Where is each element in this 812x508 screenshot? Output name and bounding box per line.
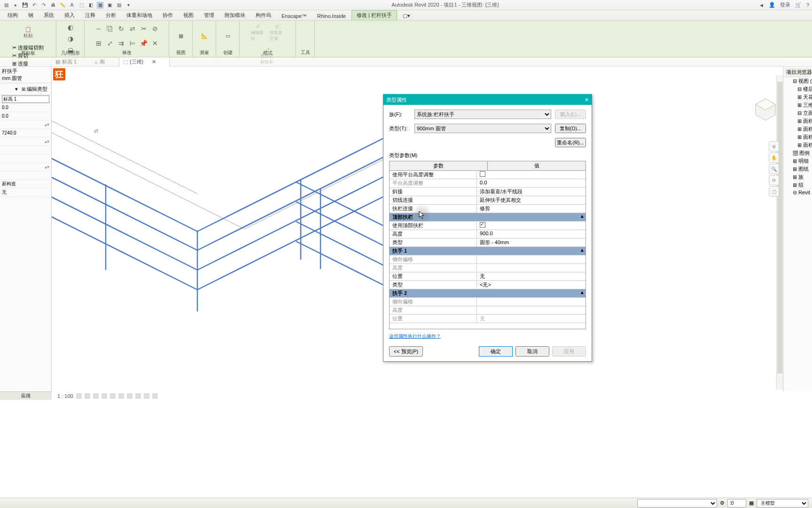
param-table-body[interactable]: 使用平台高度调整 平台高度调整0.0 斜接添加垂直/水平线段 切线连接延伸扶手使…	[390, 171, 586, 329]
pin-icon[interactable]: 📌	[139, 39, 148, 48]
tab-steel[interactable]: 钢	[23, 10, 38, 20]
doc-tab-level1[interactable]: ▤标高 1	[52, 57, 90, 66]
crop-region-icon[interactable]	[127, 393, 133, 399]
tab-analyze[interactable]: 分析	[101, 10, 121, 20]
preview-button[interactable]: << 预览(P)	[389, 346, 423, 357]
tree-families[interactable]: ⊞ 族	[784, 173, 811, 181]
split-icon[interactable]: ⊘	[150, 24, 160, 33]
h2-value[interactable]	[477, 264, 586, 272]
qat-switch-icon[interactable]: ▤	[116, 2, 122, 8]
tree-ceiling[interactable]: ⊞ 天花	[784, 93, 811, 101]
qat-redo-icon[interactable]: ↷	[40, 2, 47, 8]
spinner-2[interactable]: ▴▾	[0, 137, 51, 146]
qat-undo-icon[interactable]: ↶	[31, 2, 38, 8]
nav-orbit-icon[interactable]: ⟳	[769, 175, 779, 185]
phase-row[interactable]: 新构造	[0, 180, 51, 188]
tree-area1[interactable]: ⊞ 面积	[784, 117, 811, 125]
nav-wheel-icon[interactable]: ⊚	[769, 141, 779, 151]
create-icon[interactable]: ▭	[220, 26, 235, 46]
view-cube[interactable]	[752, 96, 779, 123]
offset-row-1[interactable]: 0.0	[0, 103, 51, 112]
doc-tab-south[interactable]: ⌂南	[91, 57, 118, 66]
shadows-icon[interactable]	[102, 393, 107, 399]
status-icon-2[interactable]: ▦	[749, 500, 754, 506]
tree-area3[interactable]: ⊞ 面积	[784, 133, 811, 141]
tree-area2[interactable]: ⊞ 面积	[784, 125, 811, 133]
view-icon[interactable]: ▦	[173, 26, 188, 46]
offset-icon[interactable]: ⇉	[117, 39, 126, 48]
scale-icon[interactable]: ⤢	[105, 39, 115, 48]
reveal-icon[interactable]	[152, 393, 158, 399]
help-icon[interactable]: ?	[806, 2, 809, 8]
qat-section-icon[interactable]: ◧	[87, 2, 94, 8]
offset-row-2[interactable]: 0.0	[0, 112, 51, 120]
h3-value[interactable]	[477, 306, 586, 314]
ok-button[interactable]: 确定	[479, 346, 513, 357]
login-link[interactable]: 登录	[780, 1, 790, 8]
edit-type-button[interactable]: ⊞ 编辑类型	[20, 85, 49, 94]
tab-view[interactable]: 视图	[179, 10, 198, 20]
doc-tab-3d[interactable]: ⬚{三维}✕	[119, 57, 170, 67]
tab-collapse-icon[interactable]: ▢▾	[398, 11, 415, 20]
status-model-select[interactable]: 主模型	[757, 499, 808, 508]
lateral-value[interactable]	[477, 255, 586, 263]
dialog-close-button[interactable]: ✕	[585, 97, 589, 103]
type-selector[interactable]: 杆扶手 mm 圆管	[0, 67, 51, 83]
lock-3d-icon[interactable]	[135, 393, 141, 399]
mirror-icon[interactable]: ⇄	[128, 24, 137, 33]
nav-box-icon[interactable]: ▢	[769, 186, 779, 197]
qat-dropdown-icon[interactable]: ▾	[125, 2, 132, 8]
edit-path-button[interactable]: ✐编辑路径	[251, 23, 266, 42]
duplicate-button[interactable]: 复制(D)...	[555, 124, 586, 133]
detail-level-icon[interactable]	[76, 393, 82, 399]
level-input[interactable]	[2, 95, 49, 103]
close-tab-icon[interactable]: ✕	[152, 59, 156, 65]
tree-area4[interactable]: ⊞ 面积	[784, 141, 811, 149]
landing-h-value[interactable]: 0.0	[477, 179, 586, 187]
qat-print-icon[interactable]: 🖶	[50, 2, 56, 8]
tab-modify-railing[interactable]: 修改 | 栏杆扶手	[351, 10, 397, 20]
temp-hide-icon[interactable]	[144, 393, 149, 399]
qat-close-icon[interactable]: ▣	[106, 2, 113, 8]
delete-icon[interactable]: ✕	[150, 39, 160, 48]
tree-sheets[interactable]: ⊞ 图纸	[784, 165, 811, 173]
rendering-icon[interactable]	[110, 393, 116, 399]
type-select[interactable]: 900mm 圆管	[414, 124, 551, 133]
pos2-value[interactable]: 无	[477, 315, 586, 323]
tab-structure[interactable]: 结构	[3, 10, 23, 20]
qat-thin-icon[interactable]: ▦	[97, 2, 103, 8]
crop-icon[interactable]	[118, 393, 124, 399]
tab-insert[interactable]: 插入	[60, 10, 79, 20]
tab-systems[interactable]: 系统	[39, 10, 59, 20]
qat-measure-icon[interactable]: 📏	[59, 2, 66, 8]
angled-value[interactable]: 添加垂直/水平线段	[477, 188, 586, 196]
cart-icon[interactable]: 🛒	[795, 2, 802, 8]
height-value[interactable]: 900.0	[477, 230, 586, 238]
scale-label[interactable]: 1 : 100	[57, 393, 73, 399]
status-zero[interactable]: :0	[727, 499, 746, 508]
tree-schedule[interactable]: ⊞ 明细	[784, 157, 811, 165]
properties-apply-button[interactable]: 应用	[0, 391, 52, 400]
tab-goujianwu[interactable]: 构件坞	[251, 10, 276, 20]
nav-pan-icon[interactable]: ✋	[769, 152, 779, 163]
tab-annotate[interactable]: 注释	[80, 10, 100, 20]
rail-conn-value[interactable]: 修剪	[477, 205, 586, 213]
pos-value[interactable]: 无	[477, 272, 586, 280]
qat-open-icon[interactable]: ▸	[12, 2, 19, 8]
qat-save-icon[interactable]: 💾	[22, 2, 28, 8]
visual-style-icon[interactable]	[85, 393, 90, 399]
trim-icon[interactable]: ✂	[139, 24, 148, 33]
tree-3d[interactable]: ⊞ 三维	[784, 101, 811, 109]
qat-3d-icon[interactable]: ⬚	[78, 2, 85, 8]
apply-button[interactable]: 应用	[552, 346, 586, 357]
info-icon[interactable]: ◄	[759, 2, 764, 8]
geom-icon-2[interactable]: ◑	[66, 34, 75, 43]
length-row[interactable]: 7240.0	[0, 129, 51, 137]
tab-manage[interactable]: 管理	[199, 10, 219, 20]
spinner-3[interactable]: ▴▾	[0, 163, 51, 171]
qat-text-icon[interactable]: A	[69, 2, 75, 8]
type2-value[interactable]: <无>	[477, 281, 586, 289]
tab-addins[interactable]: 附加模块	[220, 10, 250, 20]
align-icon[interactable]: ⊨	[128, 39, 137, 48]
status-icon-1[interactable]: ⚙	[720, 500, 725, 506]
